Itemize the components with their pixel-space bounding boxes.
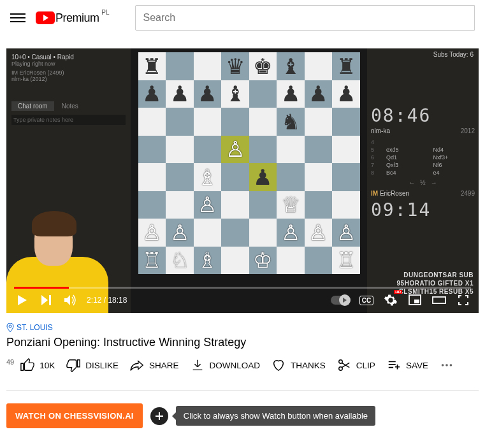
- move-row: 5exd5Nd4: [371, 146, 475, 154]
- sub-notification-line: DUNGEONTSAR SUB: [397, 271, 474, 278]
- logo[interactable]: Premium PL: [36, 11, 99, 25]
- move-back-icon[interactable]: ←: [409, 179, 415, 186]
- autoplay-toggle[interactable]: [331, 296, 350, 305]
- miniplayer-icon[interactable]: [407, 293, 423, 308]
- tab-chat[interactable]: Chat room: [11, 101, 54, 111]
- share-button[interactable]: SHARE: [130, 358, 179, 372]
- more-button[interactable]: [440, 358, 454, 372]
- player-white-rating: 2499: [461, 190, 475, 197]
- volume-icon[interactable]: [62, 293, 78, 308]
- chessboard-container: ♜♛♚♝♜♟♟♟♝♟♟♟♞♙♗♟♙♕♙♙♙♙♙♖♘♗♔♖: [131, 48, 367, 313]
- square: ♚: [249, 52, 277, 80]
- square: [249, 80, 277, 108]
- tab-notes[interactable]: Notes: [58, 101, 82, 111]
- square: [305, 191, 333, 219]
- captions-icon[interactable]: CC: [359, 293, 374, 308]
- notes-placeholder: Type private notes here: [11, 115, 126, 125]
- square: ♟: [277, 80, 305, 108]
- theater-icon[interactable]: [431, 293, 447, 308]
- thumbs-down-icon: [66, 358, 80, 372]
- download-button[interactable]: DOWNLOAD: [191, 358, 261, 372]
- next-icon[interactable]: [38, 293, 54, 308]
- square: [221, 191, 249, 219]
- player-controls: 2:12 / 18:18 CC HD: [6, 287, 479, 313]
- move-half-icon[interactable]: ½: [420, 179, 425, 186]
- like-count: 10K: [40, 361, 55, 370]
- location-text: ST. LOUIS: [17, 323, 53, 332]
- thanks-button[interactable]: THANKS: [271, 358, 326, 372]
- play-icon[interactable]: [14, 293, 29, 308]
- square: [332, 163, 360, 191]
- download-label: DOWNLOAD: [210, 361, 261, 370]
- square: ♗: [194, 163, 222, 191]
- download-icon: [191, 358, 205, 372]
- sub-notification-line: 95HORATIO GIFTED X1: [397, 280, 474, 287]
- player-white-name: EricRosen: [380, 190, 409, 197]
- search-container: [135, 5, 475, 31]
- save-button[interactable]: SAVE: [387, 358, 428, 372]
- square: ♝: [277, 52, 305, 80]
- location-link[interactable]: ST. LOUIS: [6, 323, 479, 332]
- move-row: 7Qxf3Nf6: [371, 161, 475, 169]
- share-icon: [130, 358, 144, 372]
- square: [332, 191, 360, 219]
- search-input[interactable]: [135, 5, 475, 31]
- square: [221, 219, 249, 247]
- square: [221, 247, 249, 275]
- square: [166, 163, 194, 191]
- square: [138, 136, 166, 164]
- square: ♖: [332, 247, 360, 275]
- clock-white: 09:14: [371, 199, 475, 220]
- square: ♟: [332, 80, 360, 108]
- square: ♘: [166, 247, 194, 275]
- player-white: IM EricRosen 2499: [371, 190, 475, 197]
- square: [305, 247, 333, 275]
- playlist-add-icon: [387, 358, 401, 372]
- square: [166, 108, 194, 136]
- square: ♞: [277, 108, 305, 136]
- square: [332, 108, 360, 136]
- square: ♙: [277, 219, 305, 247]
- player-white-title: IM: [371, 190, 378, 197]
- square: ♙: [194, 191, 222, 219]
- square: [277, 136, 305, 164]
- square: [249, 108, 277, 136]
- square: ♟: [305, 80, 333, 108]
- settings-icon[interactable]: HD: [383, 293, 398, 308]
- dislike-label: DISLIKE: [85, 361, 119, 370]
- game-status: Playing right now: [11, 61, 126, 67]
- game-mode: 10+0 • Casual • Rapid: [11, 54, 126, 61]
- fullscreen-icon[interactable]: [456, 293, 471, 308]
- square: [166, 191, 194, 219]
- square: [138, 108, 166, 136]
- square: ♖: [138, 247, 166, 275]
- square: [249, 219, 277, 247]
- watch-external-button[interactable]: WATCH ON CHESSVISION.AI: [6, 403, 143, 428]
- time-display: 2:12 / 18:18: [87, 296, 127, 305]
- country-code: PL: [101, 9, 109, 16]
- square: [194, 219, 222, 247]
- square: [138, 191, 166, 219]
- hamburger-menu-icon[interactable]: [10, 10, 25, 25]
- video-player[interactable]: 10+0 • Casual • Rapid Playing right now …: [6, 48, 479, 313]
- square: [305, 52, 333, 80]
- square: [332, 136, 360, 164]
- plus-button[interactable]: [150, 407, 168, 425]
- square: [166, 52, 194, 80]
- square: ♙: [332, 219, 360, 247]
- square: ♙: [138, 219, 166, 247]
- like-supplement: 49: [6, 358, 14, 366]
- square: [194, 136, 222, 164]
- clip-label: CLIP: [356, 361, 375, 370]
- square: ♙: [305, 219, 333, 247]
- youtube-play-icon: [36, 11, 55, 24]
- stream-player-1: IM EricRosen (2499): [11, 69, 126, 76]
- clip-button[interactable]: CLIP: [337, 358, 375, 372]
- like-button[interactable]: 10K: [20, 358, 55, 372]
- stream-player-2: nlm-ka (2012): [11, 76, 126, 82]
- square: ♟: [166, 80, 194, 108]
- clock-black: 08:46: [371, 105, 475, 126]
- move-fwd-icon[interactable]: →: [431, 179, 437, 186]
- square: [221, 108, 249, 136]
- dislike-button[interactable]: DISLIKE: [66, 358, 119, 372]
